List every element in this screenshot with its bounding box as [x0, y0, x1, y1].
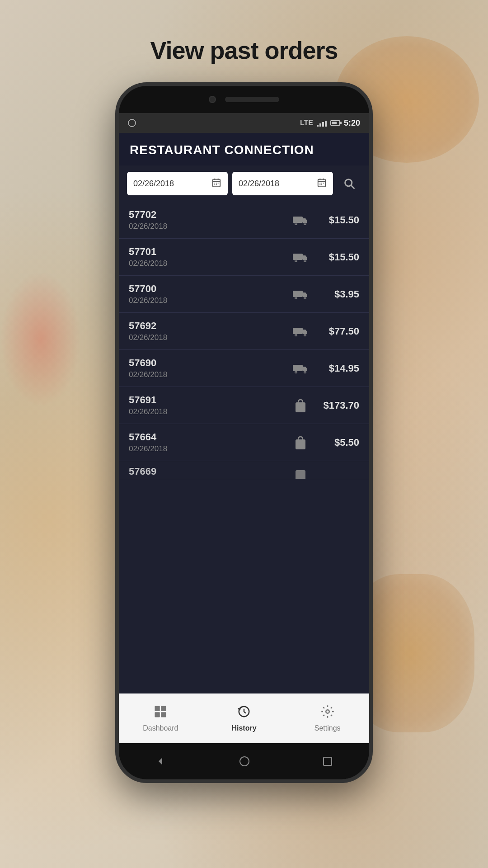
order-date: 02/26/2018: [129, 333, 287, 342]
svg-rect-53: [161, 706, 166, 711]
pickup-icon: [287, 466, 314, 479]
phone-bottom-hardware: [119, 743, 369, 779]
order-id: 57691: [129, 394, 287, 406]
pickup-icon: [287, 435, 314, 450]
bottom-nav: Dashboard History: [119, 693, 369, 743]
order-date: 02/26/2018: [129, 407, 287, 416]
order-amount: $173.70: [314, 400, 359, 411]
svg-rect-20: [293, 217, 303, 223]
svg-rect-45: [296, 402, 305, 412]
app-screen: RESTAURANT CONNECTION 02/26/2018: [119, 133, 369, 743]
svg-point-39: [305, 334, 306, 335]
order-row[interactable]: 57702 02/26/2018 $15.50: [119, 202, 369, 239]
order-row[interactable]: 57692 02/26/2018 $77.50: [119, 313, 369, 350]
lte-indicator: LTE: [300, 119, 313, 127]
filter-row: 02/26/2018: [119, 165, 369, 202]
order-amount: $15.50: [314, 251, 359, 263]
svg-point-33: [296, 297, 297, 298]
battery-icon: [330, 120, 340, 126]
speaker: [225, 97, 279, 102]
orders-list: 57702 02/26/2018 $15.50: [119, 202, 369, 693]
order-id: 57702: [129, 209, 287, 221]
order-row[interactable]: 57669: [119, 461, 369, 479]
order-amount: $5.50: [314, 437, 359, 448]
date-to-input[interactable]: 02/26/2018: [232, 172, 333, 195]
order-row[interactable]: 57691 02/26/2018 $173.70: [119, 387, 369, 424]
nav-history-label: History: [231, 724, 256, 732]
order-id: 57669: [129, 466, 287, 477]
order-row[interactable]: 57664 02/26/2018 $5.50: [119, 424, 369, 461]
nav-item-settings[interactable]: Settings: [286, 693, 369, 743]
search-button[interactable]: [338, 172, 361, 195]
svg-marker-58: [159, 758, 162, 765]
camera: [209, 96, 216, 103]
svg-point-29: [305, 260, 306, 261]
svg-rect-54: [155, 712, 160, 717]
svg-rect-48: [296, 439, 305, 449]
nav-settings-label: Settings: [314, 724, 341, 732]
page-heading: View past orders: [150, 36, 338, 64]
svg-rect-60: [324, 757, 332, 765]
order-id: 57700: [129, 283, 287, 295]
order-amount: $77.50: [314, 326, 359, 337]
order-date: 02/26/2018: [129, 222, 287, 231]
svg-rect-35: [293, 328, 303, 334]
app-header: RESTAURANT CONNECTION: [119, 133, 369, 165]
order-date: 02/26/2018: [129, 259, 287, 268]
settings-icon: [321, 705, 334, 722]
order-date: 02/26/2018: [129, 444, 287, 453]
order-amount: $3.95: [314, 288, 359, 300]
date-to-value: 02/26/2018: [239, 179, 279, 189]
status-time: 5:20: [344, 118, 360, 128]
signal-icon: [317, 119, 327, 127]
order-amount: $14.95: [314, 363, 359, 374]
svg-point-43: [296, 371, 297, 373]
svg-rect-30: [293, 291, 303, 297]
svg-point-57: [326, 710, 329, 713]
svg-point-23: [296, 223, 297, 224]
calendar-to-icon[interactable]: [317, 178, 327, 190]
status-circle-icon: [128, 119, 136, 127]
order-row[interactable]: 57700 02/26/2018 $3.95: [119, 276, 369, 313]
nav-item-dashboard[interactable]: Dashboard: [119, 693, 202, 743]
svg-rect-40: [293, 365, 303, 371]
pickup-icon: [287, 398, 314, 413]
order-id: 57701: [129, 246, 287, 258]
back-button[interactable]: [155, 756, 166, 767]
nav-dashboard-label: Dashboard: [143, 724, 178, 732]
dashboard-icon: [154, 705, 167, 722]
order-row[interactable]: 57690 02/26/2018 $14.95: [119, 350, 369, 387]
delivery-icon: [287, 289, 314, 300]
order-amount: $15.50: [314, 214, 359, 226]
svg-line-19: [351, 185, 354, 188]
order-date: 02/26/2018: [129, 370, 287, 379]
delivery-icon: [287, 326, 314, 337]
order-id: 57692: [129, 320, 287, 332]
phone-top-hardware: [119, 86, 369, 113]
date-from-input[interactable]: 02/26/2018: [127, 172, 228, 195]
home-button[interactable]: [239, 756, 250, 767]
delivery-icon: [287, 363, 314, 374]
svg-point-34: [305, 297, 306, 298]
svg-point-28: [296, 260, 297, 261]
app-title: RESTAURANT CONNECTION: [130, 143, 314, 157]
delivery-icon: [287, 252, 314, 263]
status-bar: LTE 5:20: [119, 113, 369, 133]
svg-point-38: [296, 334, 297, 335]
svg-point-44: [305, 371, 306, 373]
svg-rect-55: [161, 712, 166, 717]
nav-item-history[interactable]: History: [202, 693, 286, 743]
order-row[interactable]: 57701 02/26/2018 $15.50: [119, 239, 369, 276]
svg-rect-25: [293, 254, 303, 260]
calendar-from-icon[interactable]: [211, 178, 221, 190]
order-id: 57664: [129, 431, 287, 443]
order-id: 57690: [129, 357, 287, 369]
history-icon: [237, 705, 251, 722]
svg-point-24: [305, 223, 306, 224]
delivery-icon: [287, 215, 314, 226]
svg-point-59: [240, 757, 249, 766]
svg-rect-51: [296, 470, 305, 479]
recents-button[interactable]: [323, 756, 333, 766]
order-date: 02/26/2018: [129, 296, 287, 305]
svg-rect-52: [155, 706, 160, 711]
